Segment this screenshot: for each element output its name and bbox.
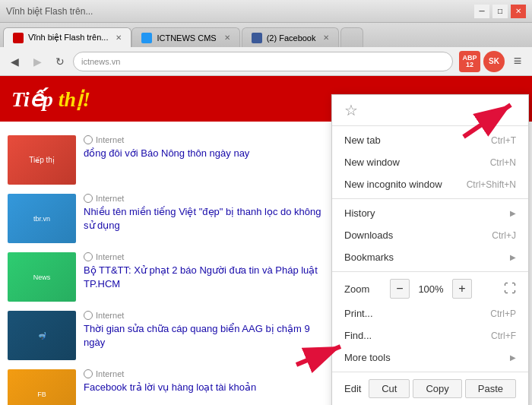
tab-ictnews[interactable]: ICTNEWS CMS ✕: [131, 27, 239, 47]
cut-button[interactable]: Cut: [369, 379, 410, 398]
edit-label: Edit: [344, 383, 361, 394]
adblock-icon[interactable]: ABP 12: [459, 51, 480, 72]
menu-label-new-window: New window: [344, 157, 400, 168]
globe-icon: [84, 252, 93, 261]
menu-item-incognito[interactable]: New incognito window Ctrl+Shift+N: [332, 173, 528, 195]
zoom-row: Zoom − 100% + ⛶: [332, 275, 528, 302]
list-item: tbr.vn Internet Nhiều tên miền tiếng Việ…: [8, 194, 327, 243]
tab-favicon: [13, 33, 24, 43]
maximize-button[interactable]: □: [492, 5, 508, 18]
tab-label: Vĩnh biệt Flash trên...: [28, 33, 108, 43]
menu-button[interactable]: ≡: [508, 52, 527, 71]
menu-section-edit: Edit Cut Copy Paste: [332, 372, 528, 405]
menu-item-new-tab[interactable]: New tab Ctrl+T: [332, 129, 528, 151]
list-item: Tiếp thị Internet đồng đôi với Báo Nông …: [8, 135, 327, 185]
menu-label-history: History: [344, 207, 375, 219]
menu-label-incognito: New incognito window: [344, 179, 442, 190]
tab-close-button[interactable]: ✕: [116, 33, 122, 42]
window-title: Vĩnh biệt Flash trên...: [6, 6, 93, 17]
minimize-button[interactable]: ─: [474, 5, 489, 18]
url-text: ictnews.vn: [81, 57, 120, 66]
news-thumb-2: tbr.vn: [8, 194, 76, 243]
globe-icon: [84, 369, 93, 378]
menu-item-find[interactable]: Find... Ctrl+F: [332, 324, 528, 346]
bookmark-star-icon: ☆: [344, 101, 358, 119]
menu-label-print: Print...: [344, 308, 373, 319]
tab-label-ictnews: ICTNEWS CMS: [157, 33, 216, 43]
news-source-4: Internet: [84, 311, 327, 320]
zoom-minus-button[interactable]: −: [390, 279, 410, 299]
tab-label-facebook: (2) Facebook: [267, 33, 316, 43]
menu-label-find: Find...: [344, 330, 372, 341]
window-controls: ─ □ ✕: [474, 5, 526, 18]
news-title-1[interactable]: đồng đôi với Báo Nông thôn ngày nay: [84, 147, 327, 160]
reload-button[interactable]: ↻: [50, 52, 70, 71]
news-thumb-5: FB: [8, 369, 76, 405]
bookmark-row: ☆: [332, 95, 528, 126]
title-bar: Vĩnh biệt Flash trên... ─ □ ✕: [0, 0, 532, 23]
tab-active[interactable]: Vĩnh biệt Flash trên... ✕: [3, 27, 131, 47]
menu-item-print[interactable]: Print... Ctrl+P: [332, 302, 528, 324]
fullscreen-icon[interactable]: ⛶: [504, 282, 516, 296]
paste-button[interactable]: Paste: [465, 379, 516, 398]
tab-empty[interactable]: [340, 27, 363, 47]
list-item: FB Internet Facebook trả lời vụ hàng loạ…: [8, 369, 327, 405]
tab-favicon-facebook: [252, 33, 262, 43]
list-item: 🤿 Internet Thời gian sửa chữa cáp quang …: [8, 311, 327, 360]
globe-icon: [84, 194, 93, 203]
forward-button[interactable]: ▶: [27, 52, 47, 71]
news-source-1: Internet: [84, 135, 327, 144]
toolbar-icons: ABP 12 SK ≡: [459, 51, 527, 72]
menu-shortcut-new-tab: Ctrl+T: [491, 135, 516, 146]
news-thumb-4: 🤿: [8, 311, 76, 360]
user-icon[interactable]: SK: [483, 51, 505, 72]
zoom-label: Zoom: [344, 283, 390, 295]
menu-item-more-tools[interactable]: More tools ▶: [332, 346, 528, 369]
news-thumb-1: Tiếp thị: [8, 135, 76, 185]
news-source-2: Internet: [84, 194, 327, 203]
list-item: News Internet Bộ TT&TT: Xử phạt 2 báo Ng…: [8, 252, 327, 302]
tab-favicon-ictnews: [141, 33, 152, 43]
menu-label-downloads: Downloads: [344, 229, 393, 241]
menu-shortcut-incognito: Ctrl+Shift+N: [467, 179, 516, 190]
arrow-icon-more-tools: ▶: [510, 353, 516, 362]
menu-section-history: History ▶ Downloads Ctrl+J Bookmarks ▶: [332, 199, 528, 272]
menu-label-bookmarks: Bookmarks: [344, 252, 394, 263]
edit-row: Edit Cut Copy Paste: [332, 375, 528, 402]
news-source-5: Internet: [84, 369, 327, 378]
arrow-icon-history: ▶: [510, 209, 516, 217]
globe-icon: [84, 311, 93, 320]
menu-section-new: New tab Ctrl+T New window Ctrl+N New inc…: [332, 126, 528, 199]
close-button[interactable]: ✕: [511, 5, 526, 18]
menu-item-downloads[interactable]: Downloads Ctrl+J: [332, 224, 528, 246]
context-menu: ☆ New tab Ctrl+T New window Ctrl+N New i…: [331, 94, 529, 405]
menu-shortcut-downloads: Ctrl+J: [492, 230, 516, 241]
news-source-3: Internet: [84, 252, 327, 261]
tab-facebook[interactable]: (2) Facebook ✕: [242, 27, 340, 47]
tab-close-facebook[interactable]: ✕: [323, 33, 329, 42]
news-title-2[interactable]: Nhiều tên miền tiếng Việt "đẹp" bị thanh…: [84, 205, 327, 233]
menu-shortcut-find: Ctrl+F: [491, 331, 516, 341]
news-title-3[interactable]: Bộ TT&TT: Xử phạt 2 báo Người đưa tin và…: [84, 264, 327, 291]
menu-item-new-window[interactable]: New window Ctrl+N: [332, 151, 528, 173]
menu-shortcut-print: Ctrl+P: [490, 308, 516, 319]
news-title-4[interactable]: Thời gian sửa chữa cáp quang biển AAG bị…: [84, 322, 327, 350]
tab-close-ictnews[interactable]: ✕: [224, 33, 230, 42]
news-list: Tiếp thị Internet đồng đôi với Báo Nông …: [0, 128, 334, 405]
user-avatar-label: SK: [489, 57, 499, 65]
tabs-bar: Vĩnh biệt Flash trên... ✕ ICTNEWS CMS ✕ …: [0, 23, 532, 47]
zoom-plus-button[interactable]: +: [452, 279, 472, 299]
address-bar[interactable]: ictnews.vn: [73, 52, 453, 71]
copy-button[interactable]: Copy: [413, 379, 461, 398]
back-button[interactable]: ◀: [5, 52, 24, 71]
zoom-value: 100%: [416, 283, 446, 295]
menu-label-new-tab: New tab: [344, 134, 381, 146]
menu-item-bookmarks[interactable]: Bookmarks ▶: [332, 246, 528, 268]
site-logo: Tiếp thị!: [11, 87, 90, 112]
nav-bar: ◀ ▶ ↻ ictnews.vn ABP 12 SK ≡: [0, 47, 532, 76]
menu-item-history[interactable]: History ▶: [332, 202, 528, 224]
news-title-5[interactable]: Facebook trả lời vụ hàng loạt tài khoản: [84, 381, 327, 394]
news-thumb-3: News: [8, 252, 76, 302]
menu-label-more-tools: More tools: [344, 352, 391, 363]
arrow-icon-bookmarks: ▶: [510, 253, 516, 261]
